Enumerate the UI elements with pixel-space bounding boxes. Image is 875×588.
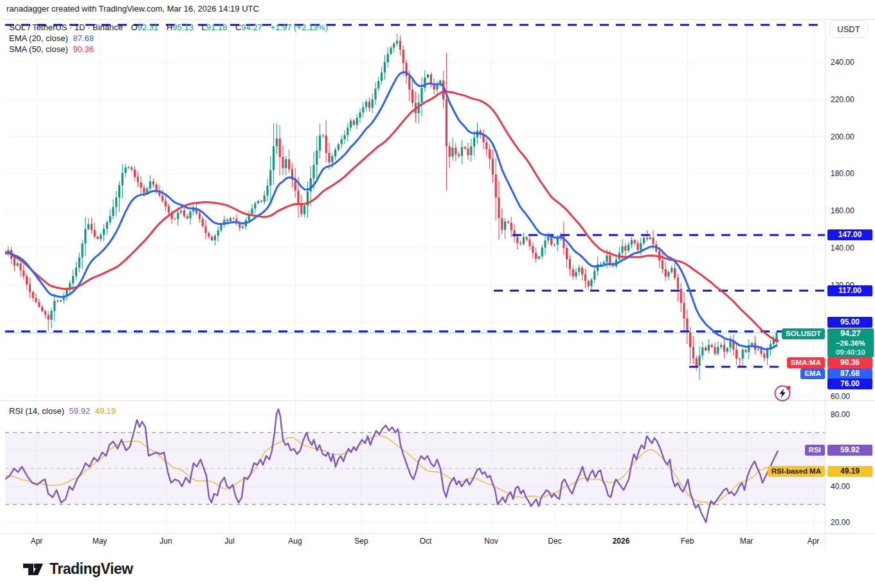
price-level-badge: 90.36 (827, 357, 872, 368)
last-price-badge: 94.27−26.36%09:40:10 (827, 328, 874, 357)
sma-50-line (5, 91, 777, 341)
series-name-label: SMA:MA (787, 357, 825, 368)
legend-ema-row[interactable]: EMA (20, close) 87.68 (9, 33, 94, 43)
instant-trading-icon[interactable] (773, 384, 793, 405)
rsi-band (5, 432, 825, 504)
candlestick-series (4, 33, 777, 380)
price-level-badge: 76.00 (827, 379, 872, 389)
time-axis-label: Apr (31, 537, 43, 546)
time-axis-label: Aug (288, 537, 302, 546)
sma-value: 90.36 (73, 44, 94, 54)
tradingview-logo-text: TradingView (50, 560, 133, 578)
horizontal-level-lines (5, 25, 825, 367)
last-price-text: 94.27 (827, 329, 874, 339)
price-axis-label: 240.00 (831, 57, 854, 67)
price-axis-label: 140.00 (831, 243, 854, 253)
lightning-bolt-icon (773, 384, 793, 403)
bar-countdown: 09:40:10 (827, 348, 874, 357)
rsi-value-badge: 59.92 (827, 445, 872, 456)
price-axis-label: 220.00 (831, 94, 854, 105)
ohlc-open-value: 92.31 (138, 22, 159, 32)
time-axis-label: Oct (420, 537, 432, 546)
ohlc-low-label: L (202, 22, 206, 32)
watermark-text: ranadagger created with TradingView.com,… (6, 4, 259, 13)
rsi-axis-label: 80.00 (831, 409, 850, 420)
ohlc-high-label: H (167, 22, 172, 32)
time-axis-label: Mar (740, 537, 753, 546)
tradingview-chart-page: ranadagger created with TradingView.com,… (0, 0, 875, 588)
currency-toggle-button[interactable]: USDT (829, 20, 868, 38)
time-axis-label: Dec (548, 537, 561, 546)
ohlc-low-value: 91.18 (206, 22, 228, 32)
price-level-badge: 117.00 (827, 285, 872, 296)
chart-svg (0, 0, 875, 588)
change-value: +1.97 (+2.13%) (270, 22, 328, 32)
ohlc-close-label: C (235, 22, 241, 32)
price-level-badge: 147.00 (827, 229, 872, 240)
symbol-title[interactable]: SOL / TetherUS · 1D · Binance (9, 22, 123, 32)
rsi-label[interactable]: RSI (14, close) (9, 406, 64, 416)
ohlc-close-value: 94.27 (241, 22, 262, 32)
time-axis-label: Feb (681, 537, 694, 546)
series-name-label: RSI-based MA (768, 466, 825, 477)
series-name-label: EMA (800, 368, 825, 379)
time-axis-label: Apr (807, 537, 820, 546)
sma-end-dot (775, 339, 779, 343)
price-axis-label: 60.00 (831, 391, 850, 402)
time-axis-label: Jul (224, 537, 234, 546)
chart-canvas[interactable] (0, 0, 875, 588)
time-axis-label: Jun (159, 537, 172, 546)
tradingview-logo[interactable]: TradingView (23, 559, 133, 578)
series-name-label: RSI (805, 445, 825, 456)
rsi-value: 59.92 (69, 406, 91, 416)
price-axis-label: 200.00 (831, 132, 854, 142)
last-price-text: −26.36% (827, 339, 874, 348)
price-axis-label: 160.00 (831, 206, 854, 216)
legend-rsi-row[interactable]: RSI (14, close) 59.92 49.19 (9, 406, 116, 416)
rsi-axis-label: 40.00 (831, 481, 850, 492)
rsi-ma-value: 49.19 (95, 406, 116, 416)
tradingview-logo-mark (23, 559, 43, 578)
time-axis-label: 2026 (613, 537, 630, 546)
ohlc-high-value: 95.13 (172, 22, 194, 32)
legend-sma-row[interactable]: SMA (50, close) 90.36 (9, 44, 94, 54)
ohlc-open-label: O (131, 22, 138, 32)
price-level-badge: 87.68 (827, 368, 872, 379)
price-axis-label: 180.00 (831, 168, 854, 179)
sma-label[interactable]: SMA (50, close) (9, 44, 68, 54)
rsi-axis-label: 20.00 (831, 517, 850, 528)
legend-symbol-row[interactable]: SOL / TetherUS · 1D · Binance O92.31 H95… (9, 22, 328, 32)
rsi-value-badge: 49.19 (827, 466, 872, 477)
price-level-badge: 95.00 (827, 317, 872, 328)
series-name-label: SOLUSDT (782, 328, 825, 339)
time-axis-label: Sep (354, 537, 368, 546)
time-axis-label: Nov (484, 537, 498, 546)
ema-label[interactable]: EMA (20, close) (9, 33, 68, 43)
time-axis-label: May (93, 537, 107, 546)
ema-value: 87.68 (73, 33, 94, 43)
